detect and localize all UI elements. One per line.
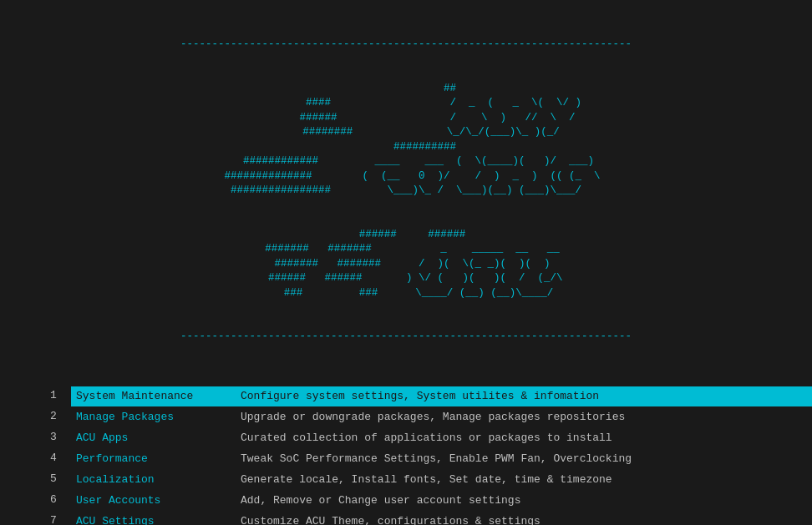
menu-item-num: 2 <box>50 407 71 427</box>
menu-item-desc: Generate locale, Install fonts, Set date… <box>234 470 619 490</box>
menu-item-label: Performance <box>71 449 234 469</box>
menu-row[interactable]: 2Manage PackagesUpgrade or downgrade pac… <box>50 407 812 427</box>
menu-row[interactable]: 7ACU SettingsCustomize ACU Theme, config… <box>50 512 812 525</box>
menu-item-desc: Configure system settings, System utilit… <box>234 386 812 406</box>
menu-item-desc: Add, Remove or Change user account setti… <box>234 491 527 511</box>
menu-item-desc: Curated collection of applications or pa… <box>234 428 619 448</box>
menu-item-num: 3 <box>50 428 71 448</box>
menu-item-num: 1 <box>50 386 71 406</box>
menu-row[interactable]: 5LocalizationGenerate locale, Install fo… <box>50 470 812 490</box>
menu-item-label: ACU Settings <box>71 512 234 525</box>
ascii-art-section: ----------------------------------------… <box>0 0 812 378</box>
ascii-tree: ## #### / _ ( _ \( \/ ) ###### / \ ) // … <box>0 82 812 199</box>
menu-item-label: Localization <box>71 470 234 490</box>
bottom-divider: ----------------------------------------… <box>0 330 812 345</box>
menu-item-label: Manage Packages <box>71 407 234 427</box>
menu-row[interactable]: 3ACU AppsCurated collection of applicati… <box>50 428 812 448</box>
menu-item-desc: Customize ACU Theme, configurations & se… <box>234 512 547 525</box>
menu-item-label: ACU Apps <box>71 428 234 448</box>
menu-item-desc: Tweak SoC Performance Settings, Enable P… <box>234 449 638 469</box>
menu-row[interactable]: 1System MaintenanceConfigure system sett… <box>50 386 812 406</box>
menu-row[interactable]: 4PerformanceTweak SoC Performance Settin… <box>50 449 812 469</box>
menu-item-label: User Accounts <box>71 491 234 511</box>
main-container: ----------------------------------------… <box>0 0 812 525</box>
menu-item-num: 4 <box>50 449 71 469</box>
menu-item-desc: Upgrade or downgrade packages, Manage pa… <box>234 407 632 427</box>
menu-item-label: System Maintenance <box>71 386 234 406</box>
menu-section: 1System MaintenanceConfigure system sett… <box>0 380 812 526</box>
menu-item-num: 7 <box>50 512 71 525</box>
menu-item-num: 6 <box>50 491 71 511</box>
menu-row[interactable]: 6User AccountsAdd, Remove or Change user… <box>50 491 812 511</box>
ascii-logo: ###### ###### ####### ####### _ _____ __… <box>0 228 812 301</box>
menu-item-num: 5 <box>50 470 71 490</box>
top-divider: ----------------------------------------… <box>0 38 812 53</box>
